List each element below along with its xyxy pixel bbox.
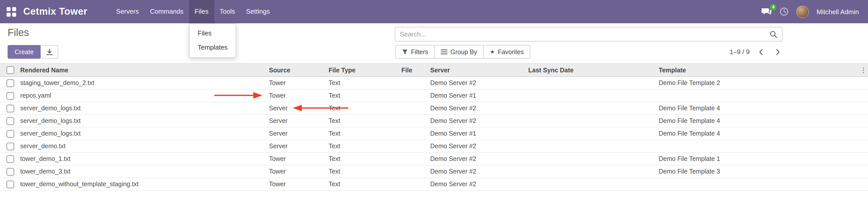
cell-file-type[interactable]: Text (329, 77, 401, 89)
cell-last-sync-date[interactable] (528, 115, 659, 127)
table-row[interactable]: repos.yaml Tower Text Demo Server #1 (0, 89, 868, 102)
cell-server[interactable]: Demo Server #2 (430, 178, 528, 190)
cell-last-sync-date[interactable] (528, 77, 659, 89)
row-checkbox[interactable] (6, 104, 14, 112)
row-checkbox-cell[interactable] (0, 165, 20, 178)
app-brand[interactable]: Cetmix Tower (23, 6, 88, 17)
row-checkbox[interactable] (6, 130, 14, 138)
nav-item-tools[interactable]: Tools (214, 0, 241, 23)
cell-file-type[interactable]: Text (329, 127, 401, 140)
cell-last-sync-date[interactable] (528, 89, 659, 102)
cell-template[interactable]: Demo File Template 4 (659, 102, 859, 115)
nav-item-commands[interactable]: Commands (144, 0, 189, 23)
cell-source[interactable]: Tower (269, 165, 329, 178)
cell-server[interactable]: Demo Server #2 (430, 140, 528, 153)
cell-template[interactable]: Demo File Template 1 (659, 153, 859, 165)
create-button[interactable]: Create (8, 45, 41, 59)
table-row[interactable]: tower_demo_1.txt Tower Text Demo Server … (0, 153, 868, 165)
cell-file[interactable] (401, 115, 430, 127)
col-server[interactable]: Server (430, 63, 528, 77)
table-row[interactable]: server_demo.txt Server Text Demo Server … (0, 140, 868, 153)
nav-item-settings[interactable]: Settings (241, 0, 276, 23)
row-checkbox-cell[interactable] (0, 178, 20, 190)
row-checkbox[interactable] (6, 168, 14, 175)
row-checkbox-cell[interactable] (0, 115, 20, 127)
select-all-checkbox[interactable] (6, 66, 14, 74)
col-template[interactable]: Template (659, 63, 859, 77)
cell-file-type[interactable]: Text (329, 140, 401, 153)
export-button[interactable] (40, 45, 58, 59)
pager-next-button[interactable] (774, 47, 781, 56)
cell-source[interactable]: Tower (269, 153, 329, 165)
cell-template[interactable]: Demo File Template 2 (659, 77, 859, 89)
cell-file[interactable] (401, 153, 430, 165)
cell-rendered-name[interactable]: server_demo_logs.txt (20, 115, 269, 127)
cell-server[interactable]: Demo Server #2 (430, 165, 528, 178)
row-checkbox-cell[interactable] (0, 102, 20, 115)
table-row[interactable]: server_demo_logs.txt Server Text Demo Se… (0, 115, 868, 127)
table-row[interactable]: tower_demo_3.txt Tower Text Demo Server … (0, 165, 868, 178)
cell-source[interactable]: Server (269, 102, 329, 115)
col-file[interactable]: File (401, 63, 430, 77)
cell-rendered-name[interactable]: repos.yaml (20, 89, 269, 102)
cell-source[interactable]: Tower (269, 178, 329, 190)
row-checkbox[interactable] (6, 143, 14, 150)
row-checkbox[interactable] (6, 79, 14, 87)
search-icon[interactable] (769, 30, 777, 38)
cell-file-type[interactable]: Text (329, 115, 401, 127)
cell-rendered-name[interactable]: staging_tower_demo_2.txt (20, 77, 269, 89)
cell-last-sync-date[interactable] (528, 127, 659, 140)
cell-server[interactable]: Demo Server #2 (430, 77, 528, 89)
row-checkbox[interactable] (6, 155, 14, 163)
cell-rendered-name[interactable]: tower_demo_without_template_staging.txt (20, 178, 269, 190)
row-checkbox-cell[interactable] (0, 140, 20, 153)
cell-file[interactable] (401, 89, 430, 102)
cell-source[interactable]: Server (269, 115, 329, 127)
cell-source[interactable]: Tower (269, 77, 329, 89)
nav-item-files[interactable]: Files Files Templates (189, 0, 214, 23)
cell-server[interactable]: Demo Server #2 (430, 102, 528, 115)
cell-file-type[interactable]: Text (329, 165, 401, 178)
cell-server[interactable]: Demo Server #1 (430, 89, 528, 102)
favorites-button[interactable]: ★ Favorites (483, 45, 531, 59)
row-checkbox-cell[interactable] (0, 89, 20, 102)
group-by-button[interactable]: Group By (434, 45, 484, 59)
avatar[interactable] (796, 5, 809, 18)
col-last-sync-date[interactable]: Last Sync Date (528, 63, 659, 77)
cell-template[interactable]: Demo File Template 4 (659, 115, 859, 127)
cell-file-type[interactable]: Text (329, 178, 401, 190)
cell-rendered-name[interactable]: tower_demo_3.txt (20, 165, 269, 178)
table-row[interactable]: staging_tower_demo_2.txt Tower Text Demo… (0, 77, 868, 89)
cell-last-sync-date[interactable] (528, 165, 659, 178)
table-row[interactable]: server_demo_logs.txt Server Text Demo Se… (0, 127, 868, 140)
cell-file[interactable] (401, 140, 430, 153)
select-all-cell[interactable] (0, 63, 20, 77)
cell-file[interactable] (401, 178, 430, 190)
cell-file-type[interactable]: Text (329, 102, 401, 115)
cell-file[interactable] (401, 102, 430, 115)
cell-template[interactable]: Demo File Template 3 (659, 165, 859, 178)
menu-item-templates[interactable]: Templates (190, 40, 236, 55)
cell-file[interactable] (401, 77, 430, 89)
cell-source[interactable]: Server (269, 140, 329, 153)
cell-template[interactable] (659, 178, 859, 190)
row-checkbox[interactable] (6, 92, 14, 99)
menu-item-files[interactable]: Files (190, 26, 236, 40)
cell-file-type[interactable]: Text (329, 153, 401, 165)
activities-icon[interactable] (779, 7, 788, 16)
pager-previous-button[interactable] (758, 47, 764, 56)
cell-rendered-name[interactable]: server_demo_logs.txt (20, 102, 269, 115)
filters-button[interactable]: Filters (395, 45, 435, 59)
table-row[interactable]: server_demo_logs.txt Server Text Demo Se… (0, 102, 868, 115)
cell-last-sync-date[interactable] (528, 140, 659, 153)
cell-last-sync-date[interactable] (528, 153, 659, 165)
cell-last-sync-date[interactable] (528, 178, 659, 190)
nav-item-servers[interactable]: Servers (111, 0, 145, 23)
column-options-button[interactable]: ⋮ (859, 63, 868, 77)
table-row[interactable]: tower_demo_without_template_staging.txt … (0, 178, 868, 190)
cell-template[interactable] (659, 89, 859, 102)
user-menu[interactable]: Mitchell Admin (816, 8, 859, 16)
col-file-type[interactable]: File Type (329, 63, 401, 77)
cell-server[interactable]: Demo Server #2 (430, 115, 528, 127)
cell-server[interactable]: Demo Server #2 (430, 153, 528, 165)
